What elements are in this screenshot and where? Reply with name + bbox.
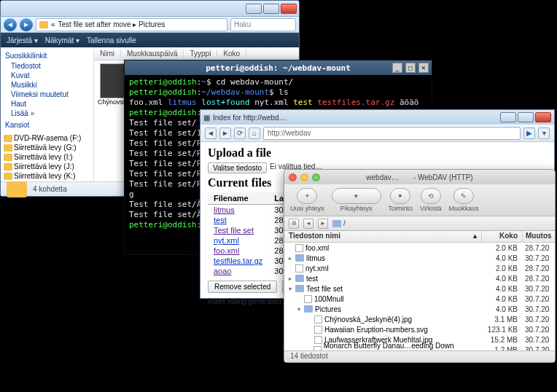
go-button[interactable]: ▶ — [523, 128, 535, 139]
fm-file-list[interactable]: foo.xml2.0 KB28.7.20▸litmus4.0 KB30.7.20… — [284, 243, 555, 350]
tree-item[interactable]: Siirrettävä levy (G:) — [1, 143, 93, 152]
browser-minimize[interactable] — [500, 112, 516, 122]
file-link[interactable]: aoao — [214, 267, 231, 275]
list-item[interactable]: ▸litmus4.0 KB30.7.20 — [284, 253, 555, 263]
file-date: 30.7.20 — [522, 305, 555, 313]
file-date: 30.7.20 — [522, 254, 555, 262]
file-name: test — [306, 275, 318, 283]
toolbar-item[interactable]: ▾Pikayhteys — [332, 188, 381, 212]
terminal-minimize[interactable]: _ — [392, 63, 402, 73]
maximize-button[interactable] — [263, 4, 279, 14]
list-item[interactable]: ▾Pictures4.0 KB30.7.20 — [284, 304, 555, 314]
browser-maximize[interactable] — [518, 112, 534, 122]
terminal-maximize[interactable]: □ — [405, 63, 416, 73]
col-type[interactable]: Tyyppi — [184, 50, 217, 58]
favorite-link[interactable]: Tiedostot — [1, 61, 93, 71]
favorite-link[interactable]: Musiikki — [1, 80, 93, 90]
back-button[interactable]: ◄ — [4, 18, 17, 31]
list-item[interactable]: ▸test4.0 KB28.7.20 — [284, 273, 555, 283]
disclosure-icon[interactable]: ▸ — [287, 275, 293, 282]
file-size: 2.0 KB — [481, 264, 522, 273]
explorer-titlebar[interactable] — [1, 1, 299, 17]
path-root[interactable]: / — [332, 219, 346, 227]
folder-icon — [295, 275, 304, 282]
back-button[interactable]: ◄ — [205, 128, 217, 139]
file-link[interactable]: Test file set — [214, 226, 254, 235]
file-name: litmus — [306, 254, 325, 262]
file-link[interactable]: litmus — [214, 205, 235, 214]
toolbar-organize[interactable]: Järjestä ▾ — [7, 36, 38, 44]
col-name[interactable]: Tiedoston nimi — [289, 232, 340, 241]
fm-titlebar[interactable]: webdav… - WebDAV (HTTP) — [284, 170, 555, 184]
forward-button[interactable]: ► — [219, 128, 231, 139]
favorite-link[interactable]: Kuvat — [1, 71, 93, 80]
toolbar-item[interactable]: +Uusi yhteys — [290, 188, 324, 212]
choose-file-button[interactable]: Valitse tiedosto — [208, 162, 267, 173]
minimize-button[interactable] — [300, 173, 308, 181]
terminal-titlebar[interactable]: petteri@oddish: ~/webdav-mount _ □ × — [125, 60, 432, 75]
path-up[interactable]: ⊞ — [289, 219, 299, 229]
sort-icon[interactable]: ▴ — [473, 232, 477, 241]
path-fwd[interactable]: ► — [318, 219, 328, 229]
col-size[interactable]: Koko — [481, 231, 522, 242]
file-date: 30.7.20 — [522, 336, 555, 344]
col-size[interactable]: Koko — [217, 50, 246, 58]
list-item[interactable]: 100Mnull4.0 KB30.7.20 — [284, 294, 555, 304]
file-link[interactable]: foo.xml — [214, 246, 239, 255]
address-bar[interactable]: « Test file set after move ▸ Pictures — [36, 18, 227, 31]
disclosure-icon[interactable]: ▾ — [296, 306, 302, 313]
tree-item[interactable]: Siirrettävä levy (J:) — [1, 162, 93, 171]
list-item[interactable]: nyt.xml2.0 KB28.7.20 — [284, 263, 555, 273]
zoom-button[interactable] — [312, 173, 320, 181]
path-back[interactable]: ◄ — [303, 219, 313, 229]
list-item[interactable]: Hawaiian Eruption-numbers.svg123.1 KB30.… — [284, 324, 555, 334]
close-button[interactable] — [281, 4, 297, 14]
tree-item[interactable]: Siirrettävä levy (K:) — [1, 171, 93, 181]
close-button[interactable] — [289, 173, 297, 181]
file-date: 28.7.20 — [522, 264, 555, 273]
col-modified[interactable]: Muutos — [522, 231, 555, 242]
list-item[interactable]: foo.xml2.0 KB28.7.20 — [284, 243, 555, 253]
fm-title-left: webdav… — [366, 173, 398, 181]
favorite-link[interactable]: Haut — [1, 99, 93, 109]
tree-item[interactable]: Siirrettävä levy (I:) — [1, 152, 93, 162]
disclosure-icon[interactable]: ▸ — [287, 255, 293, 262]
col-filename[interactable]: Filename — [208, 192, 268, 205]
file-icon — [314, 326, 322, 334]
list-item[interactable]: ▾Test file set4.0 KB30.7.20 — [284, 283, 555, 294]
remove-selected-button[interactable]: Remove selected — [208, 281, 277, 293]
disclosure-icon[interactable]: ▾ — [287, 286, 293, 292]
file-link[interactable]: test — [214, 216, 227, 224]
file-icon — [304, 295, 312, 303]
reload-button[interactable]: ⟳ — [234, 128, 246, 139]
search-input[interactable]: Haku — [230, 18, 296, 31]
browser-titlebar[interactable]: ▦ Index for http://webd… — [200, 110, 554, 125]
file-size: 123.1 KB — [481, 326, 522, 334]
file-link[interactable]: testfiles.tar.gz — [214, 256, 262, 265]
column-headers[interactable]: Nimi Muokkauspäivä Tyyppi Koko — [94, 47, 299, 60]
toolbar-item[interactable]: ✎Muokkaus — [448, 188, 478, 212]
forward-button[interactable]: ► — [20, 18, 33, 31]
address-text: Test file set after move ▸ Pictures — [58, 20, 165, 28]
tree-label: DVD-RW-asema (F:) — [14, 134, 81, 142]
fm-title-right: - WebDAV (HTTP) — [413, 173, 473, 181]
col-date[interactable]: Muokkauspäivä — [121, 50, 184, 58]
menu-button[interactable]: ▾ — [538, 128, 550, 139]
home-button[interactable]: ⌂ — [249, 128, 260, 139]
toolbar-item[interactable]: ✦Toiminto — [389, 188, 413, 212]
minimize-button[interactable] — [246, 4, 262, 14]
list-item[interactable]: Monarch Butterfly Danau…eeding Down 3008… — [284, 345, 555, 350]
toolbar-item[interactable]: ⟲Virkistä — [420, 188, 441, 212]
file-date: 30.7.20 — [522, 346, 555, 351]
url-bar[interactable]: http://webdav — [263, 127, 521, 140]
toolbar-save[interactable]: Tallenna sivulle — [87, 36, 136, 44]
col-name[interactable]: Nimi — [94, 50, 121, 58]
list-item[interactable]: Chýnovská_Jeskyně(4).jpg3.1 MB30.7.20 — [284, 314, 555, 324]
browser-close[interactable] — [535, 112, 551, 122]
tree-item[interactable]: DVD-RW-asema (F:) — [1, 133, 93, 143]
file-link[interactable]: nyt.xml — [214, 236, 239, 245]
terminal-close[interactable]: × — [418, 63, 429, 73]
toolbar-views[interactable]: Näkymät ▾ — [45, 36, 79, 44]
favorite-link[interactable]: Lisää » — [1, 109, 93, 118]
favorite-link[interactable]: Viimeksi muutetut — [1, 90, 93, 99]
